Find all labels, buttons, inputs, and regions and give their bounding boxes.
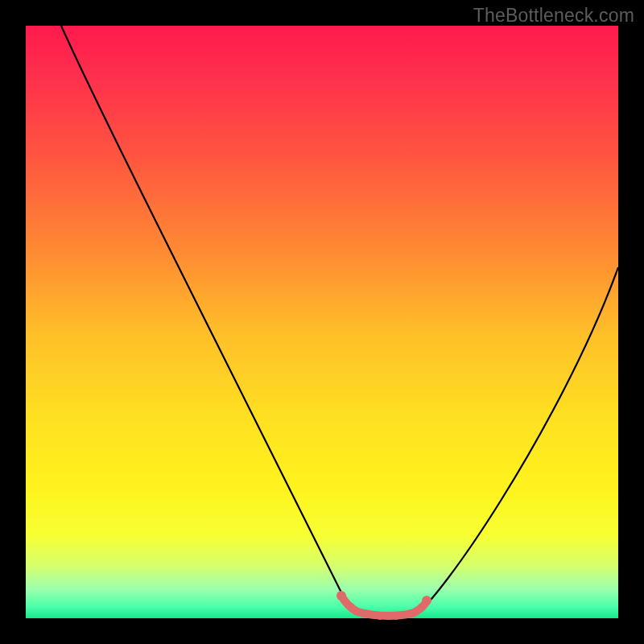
compat-dot — [360, 609, 368, 617]
attribution-text: TheBottleneck.com — [473, 5, 634, 27]
compat-dot — [392, 612, 400, 620]
chart-curves — [26, 26, 618, 618]
compat-dot — [347, 603, 355, 611]
left-branch-line — [61, 26, 359, 613]
compat-dot — [407, 609, 415, 617]
compat-dot — [336, 591, 346, 601]
compat-dot — [422, 596, 431, 605]
right-branch-line — [417, 267, 618, 613]
compat-dot — [376, 612, 384, 620]
bottleneck-chart: TheBottleneck.com — [0, 0, 644, 644]
